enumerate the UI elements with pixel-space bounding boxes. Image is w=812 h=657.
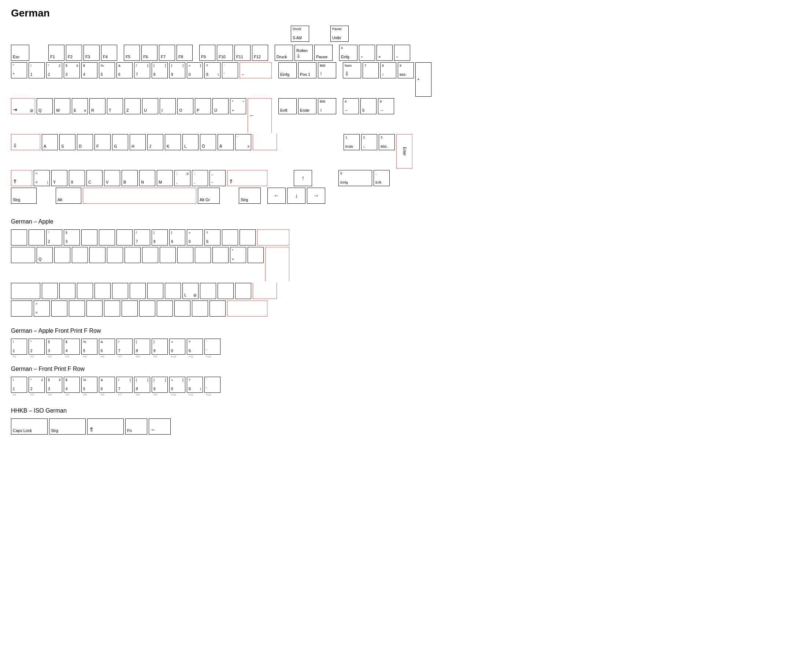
apple-starplus[interactable]: * + [230, 247, 246, 263]
key-num-enter[interactable]: Enter [396, 134, 412, 168]
key-pos1[interactable]: Pos 1 [298, 62, 317, 78]
apple-b[interactable] [122, 300, 138, 317]
afrow-2[interactable]: " 2 F2 [29, 339, 45, 355]
key-u[interactable]: U [142, 98, 158, 114]
afrow-9[interactable]: ) 9 F9 [152, 339, 168, 355]
key-f12[interactable]: F12 [252, 45, 268, 61]
afrow-11[interactable]: ? ß F11 [187, 339, 203, 355]
hhkb-fn[interactable]: Fn [125, 419, 147, 434]
apple-num-3[interactable]: § 3 [64, 229, 80, 246]
apple-h[interactable] [130, 283, 146, 299]
key-num-5[interactable]: 5 [360, 98, 377, 114]
key-d[interactable]: D [77, 134, 93, 150]
key-q[interactable]: Q [37, 98, 53, 114]
key-slash[interactable]: _ − [210, 170, 226, 186]
key-s[interactable]: S [59, 134, 75, 150]
gfrow-10[interactable]: = } 0 F10 [169, 377, 185, 393]
key-period[interactable]: : . [192, 170, 208, 186]
key-angle[interactable]: > < | [34, 170, 50, 186]
key-bild-up[interactable]: Bild ↑ [318, 62, 336, 78]
key-strg-left[interactable]: Strg [11, 188, 37, 204]
apple-angle[interactable]: > < [34, 300, 50, 317]
apple-n[interactable] [139, 300, 155, 317]
key-pause-untbr[interactable]: Pause Untbr [331, 26, 349, 42]
apple-num-blank7[interactable] [239, 229, 256, 246]
key-num-8[interactable]: 8 ↑ [380, 62, 396, 78]
key-num-comma[interactable]: , Enft [374, 170, 390, 186]
apple-caps[interactable] [11, 283, 40, 299]
key-sz[interactable]: ? ß \ [204, 62, 220, 78]
key-space[interactable] [83, 188, 196, 204]
key-druck-sabf[interactable]: Druck S-Abf [291, 26, 309, 42]
apple-num-7[interactable]: / 7 [134, 229, 150, 246]
apple-num-blank3[interactable] [81, 229, 98, 246]
apple-num-9[interactable]: ) 9 [169, 229, 185, 246]
key-f5[interactable]: F5 [124, 45, 140, 61]
key-caret-degree[interactable]: ° ^ [11, 62, 27, 78]
apple-num-blank6[interactable] [222, 229, 238, 246]
apple-l[interactable]: L @ [182, 283, 199, 299]
key-o[interactable]: O [177, 98, 193, 114]
apple-comma[interactable] [174, 300, 191, 317]
apple-y[interactable] [51, 300, 67, 317]
key-enter-bottom[interactable] [253, 134, 277, 150]
key-strg-right[interactable]: Strg [239, 188, 261, 204]
apple-c[interactable] [87, 300, 102, 317]
key-num-div[interactable]: ÷ [359, 45, 375, 61]
afrow-8[interactable]: ( 8 F8 [134, 339, 150, 355]
key-num-1[interactable]: 1 Ende [343, 134, 360, 150]
key-f4[interactable]: F4 [101, 45, 117, 61]
key-num-0[interactable]: 0 Einfg [338, 170, 372, 186]
key-num-minus[interactable]: − [394, 45, 410, 61]
key-f[interactable]: F [95, 134, 110, 150]
hhkb-shift[interactable]: ⇑ [87, 419, 124, 434]
key-backspace[interactable]: ← [239, 62, 272, 78]
key-f2[interactable]: F2 [66, 45, 82, 61]
key-f6[interactable]: F6 [141, 45, 157, 61]
gfrow-4[interactable]: $ 4 F4 [64, 377, 80, 393]
key-arrow-up[interactable]: ↑ [294, 170, 312, 186]
key-3[interactable]: § 3 3 [64, 62, 80, 78]
apple-q[interactable]: Q [37, 247, 53, 263]
key-x[interactable]: X [69, 170, 85, 186]
apple-num-2[interactable]: " 2 [46, 229, 62, 246]
apple-blank-end[interactable] [248, 247, 264, 263]
key-rollen[interactable]: Rollen ⇩ [295, 45, 313, 61]
apple-w[interactable] [54, 247, 70, 263]
key-esc[interactable]: Esc [11, 45, 29, 61]
afrow-10[interactable]: = 0 F10 [169, 339, 185, 355]
afrow-3[interactable]: § 3 F3 [46, 339, 62, 355]
key-i[interactable]: I [160, 98, 176, 114]
key-bild-down[interactable]: Bild ↓ [318, 98, 336, 114]
hhkb-backspace[interactable]: ← [149, 419, 171, 434]
apple-m[interactable] [157, 300, 173, 317]
key-0[interactable]: = } 0 [187, 62, 203, 78]
apple-oe[interactable] [200, 283, 216, 299]
apple-u[interactable] [142, 247, 158, 263]
apple-backspace[interactable] [257, 229, 289, 246]
hhkb-capslock[interactable]: Caps Lock [11, 419, 48, 434]
gfrow-3[interactable]: § 3 3 F3 [46, 377, 62, 393]
key-6[interactable]: & 6 [116, 62, 133, 78]
key-y[interactable]: Y [51, 170, 67, 186]
apple-s[interactable] [59, 283, 75, 299]
apple-e[interactable] [72, 247, 88, 263]
key-star-plus[interactable]: * + ~ [230, 98, 246, 114]
key-l[interactable]: L [182, 134, 199, 150]
apple-g[interactable] [112, 283, 128, 299]
key-ae[interactable]: Ä [217, 134, 234, 150]
gfrow-9[interactable]: ) ] 9 F9 [152, 377, 168, 393]
apple-num-sz[interactable]: ? ß [204, 229, 220, 246]
key-1[interactable]: ! 1 [29, 62, 45, 78]
key-comma[interactable]: ; µ , [174, 170, 191, 186]
key-druck[interactable]: Druck [275, 45, 293, 61]
key-ende[interactable]: Ende [298, 98, 317, 114]
hhkb-strg[interactable]: Strg [49, 419, 86, 434]
key-ue[interactable]: Ü [213, 98, 228, 114]
key-w[interactable]: W [54, 98, 70, 114]
key-backtick[interactable]: ` ' [222, 62, 238, 78]
key-g[interactable]: G [112, 134, 128, 150]
key-e[interactable]: E € [72, 98, 88, 114]
key-arrow-right[interactable]: → [307, 188, 325, 204]
key-n[interactable]: N [139, 170, 155, 186]
